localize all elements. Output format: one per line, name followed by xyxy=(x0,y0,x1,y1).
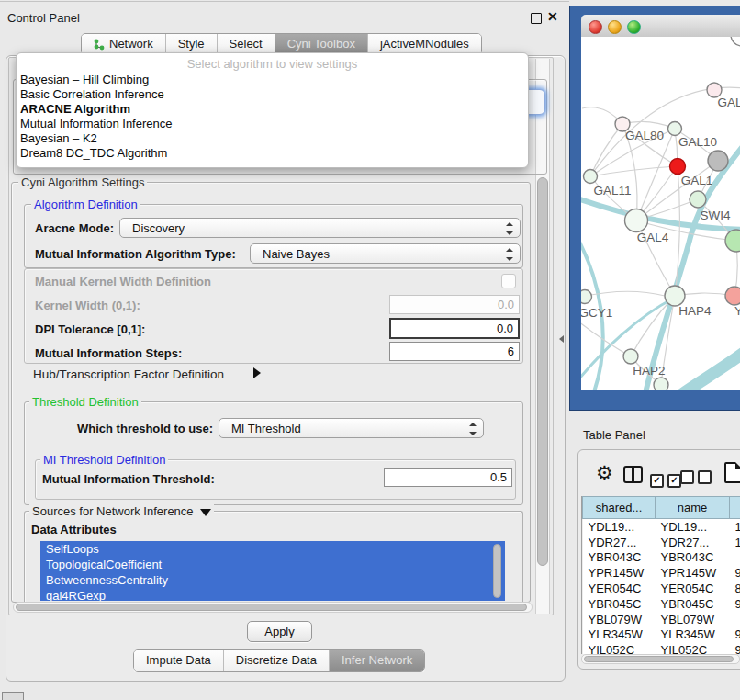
table-header-row: shared...name xyxy=(583,497,740,519)
expander-arrow-down-icon[interactable] xyxy=(200,509,211,516)
column-divider xyxy=(632,468,634,481)
splitter-collapse-handle[interactable] xyxy=(559,335,564,343)
tab-label: Cyni Toolbox xyxy=(287,34,355,54)
new-table-file-icon[interactable] xyxy=(724,462,740,483)
minimize-window-icon[interactable] xyxy=(608,20,622,34)
table-row[interactable]: YLR345WYLR345W9. xyxy=(583,627,740,643)
algorithm-option[interactable]: Bayesian – Hill Climbing xyxy=(17,73,528,87)
network-node-hap2[interactable] xyxy=(623,349,638,364)
algorithm-option[interactable]: Mutual Information Inference xyxy=(17,117,528,131)
data-attribute-item[interactable]: BetweennessCentrality xyxy=(40,572,505,588)
tab-label: Select xyxy=(230,34,263,54)
dpi-tolerance-field[interactable]: 0.0 xyxy=(389,318,520,339)
table-row[interactable]: YBR045CYBR045C9. xyxy=(583,596,740,612)
table-row[interactable]: YDL19...YDL19...13 xyxy=(583,519,740,535)
column-header[interactable]: shared... xyxy=(583,497,656,519)
table-cell: YLR345W xyxy=(583,627,656,643)
column-header[interactable]: name xyxy=(656,497,730,519)
table-row[interactable]: YPR145WYPR145W9. xyxy=(583,565,740,581)
network-node[interactable] xyxy=(731,37,740,46)
network-node-gal1[interactable] xyxy=(670,159,686,175)
network-icon xyxy=(94,39,105,51)
mi-steps-field[interactable]: 6 xyxy=(389,342,520,361)
network-node[interactable] xyxy=(654,378,668,390)
table-row[interactable]: YDR27...YDR27...12 xyxy=(583,535,740,550)
network-node-gal10[interactable] xyxy=(668,122,682,136)
table-row[interactable]: YBL079WYBL079W xyxy=(583,612,740,627)
threshold-definition-title: Threshold Definition xyxy=(29,395,141,409)
node-label: GAL80 xyxy=(625,129,664,142)
manual-kernel-label: Manual Kernel Width Definition xyxy=(35,275,211,288)
mi-threshold-value: 0.5 xyxy=(490,470,507,484)
tab-infer-network[interactable]: Infer Network xyxy=(329,650,424,671)
close-panel-icon[interactable]: ✕ xyxy=(547,9,558,24)
column-layout-icon[interactable] xyxy=(623,466,643,483)
algorithm-option[interactable]: Dream8 DC_TDC Algorithm xyxy=(17,146,528,161)
table-row[interactable]: YER054CYER054C8. xyxy=(583,581,740,596)
attribute-list-scrollbar[interactable] xyxy=(493,544,501,598)
table-cell xyxy=(730,550,740,566)
network-node-gal11[interactable] xyxy=(584,170,598,184)
algorithm-option[interactable]: Basic Correlation Inference xyxy=(17,87,528,102)
table-cell: YPR145W xyxy=(656,565,730,581)
network-node[interactable] xyxy=(725,230,740,252)
network-node[interactable] xyxy=(708,151,728,171)
table-cell: YLR345W xyxy=(656,627,730,643)
node-label: GAL11 xyxy=(593,184,631,198)
zoom-window-icon[interactable] xyxy=(627,20,641,34)
close-window-icon[interactable] xyxy=(589,20,602,34)
apply-button[interactable]: Apply xyxy=(247,621,312,642)
tab-select[interactable]: Select xyxy=(217,34,275,54)
which-threshold-label: Which threshold to use: xyxy=(77,422,213,435)
node-label: GAL10 xyxy=(678,135,717,149)
node-label: GAL4 xyxy=(637,231,669,244)
minimized-panel-grip[interactable] xyxy=(2,692,24,700)
network-node-hap4[interactable] xyxy=(665,286,685,306)
mi-threshold-field[interactable]: 0.5 xyxy=(384,468,512,487)
data-attribute-item[interactable]: gal4RGexp xyxy=(40,588,505,601)
float-panel-icon[interactable] xyxy=(531,13,542,24)
tab-jactivemnodules[interactable]: jActiveMNodules xyxy=(367,34,481,54)
data-attributes-list: SelfLoopsTopologicalCoefficientBetweenne… xyxy=(40,541,505,601)
data-attribute-item[interactable]: SelfLoops xyxy=(40,541,505,557)
manual-kernel-checkbox[interactable] xyxy=(501,274,516,288)
aracne-mode-combo[interactable]: Discovery xyxy=(119,218,521,238)
network-node-y[interactable] xyxy=(725,287,740,305)
settings-hscroll-thumb[interactable] xyxy=(16,604,527,611)
column-header[interactable] xyxy=(730,497,740,519)
node-label: Y xyxy=(734,304,740,318)
mi-type-combo[interactable]: Naive Bayes xyxy=(250,243,521,264)
data-attribute-item[interactable]: TopologicalCoefficient xyxy=(40,557,505,572)
algorithm-dropdown-popup: Select algorithm to view settings Bayesi… xyxy=(16,52,529,168)
tab-network[interactable]: Network xyxy=(82,34,165,54)
kernel-width-field[interactable]: 0.0 xyxy=(389,295,520,314)
table-row[interactable]: YIL052CYIL052C9. xyxy=(583,642,740,654)
mi-type-label: Mutual Information Algorithm Type: xyxy=(35,247,236,261)
gear-icon[interactable]: ⚙ xyxy=(596,462,613,484)
table-hscroll-thumb[interactable] xyxy=(584,656,734,662)
network-window-titlebar[interactable] xyxy=(581,15,740,38)
tab-impute-data[interactable]: Impute Data xyxy=(134,650,223,671)
tab-discretize-data[interactable]: Discretize Data xyxy=(223,650,329,671)
table-cell: YDR27... xyxy=(583,535,656,550)
expander-arrow-right-icon[interactable] xyxy=(253,367,261,378)
hub-definition-expander[interactable]: Hub/Transcription Factor Definition xyxy=(33,367,224,381)
algorithm-option[interactable]: Bayesian – K2 xyxy=(17,131,528,146)
bottom-tabs: Impute DataDiscretize DataInfer Network xyxy=(133,649,425,672)
network-edge xyxy=(582,291,665,297)
algorithm-option[interactable]: ARACNE Algorithm xyxy=(17,102,528,117)
which-threshold-combo[interactable]: MI Threshold xyxy=(219,418,484,438)
node-label: GAL1 xyxy=(681,174,713,187)
network-node-gcy1[interactable] xyxy=(581,290,592,304)
mi-type-value: Naive Bayes xyxy=(263,247,330,261)
data-attributes-label: Data Attributes xyxy=(31,523,117,536)
settings-vscroll-thumb[interactable] xyxy=(537,177,548,566)
deselect-all-checkboxes-icon[interactable] xyxy=(680,470,715,488)
tab-style[interactable]: Style xyxy=(165,34,217,54)
table-row[interactable]: YBR043CYBR043C xyxy=(583,550,740,566)
node-table: shared...nameYDL19...YDL19...13YDR27...Y… xyxy=(581,496,740,654)
tab-cyni-toolbox[interactable]: Cyni Toolbox xyxy=(275,34,367,54)
network-node-gal4[interactable] xyxy=(625,209,648,232)
network-node-swi4[interactable] xyxy=(690,191,706,208)
network-canvas[interactable]: GALGAL80GAL10GAL1GAL11SWI4GAL4GCY1HAP4YH… xyxy=(581,37,740,390)
